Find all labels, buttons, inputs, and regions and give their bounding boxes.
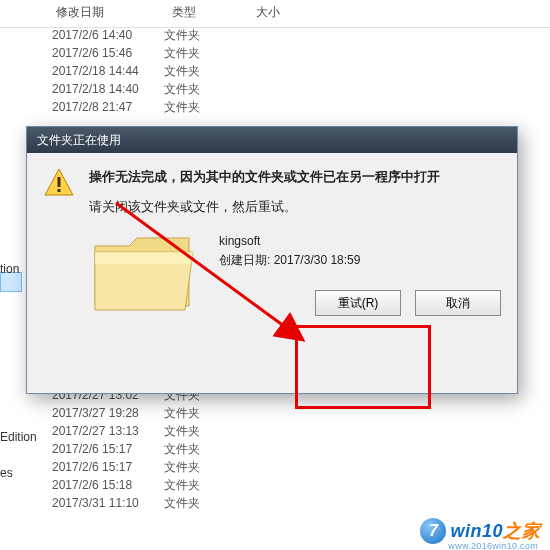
cell-type: 文件夹 [164,422,244,440]
cell-date: 2017/2/6 15:46 [52,44,164,62]
cell-type: 文件夹 [164,476,244,494]
cell-type: 文件夹 [164,440,244,458]
cell-date: 2017/2/18 14:44 [52,62,164,80]
table-row[interactable]: 2017/2/6 15:18文件夹 [0,476,550,494]
table-row[interactable]: 2017/2/8 21:47文件夹 [0,98,550,116]
cell-type: 文件夹 [164,44,244,62]
table-row[interactable]: 2017/2/6 15:17文件夹 [0,440,550,458]
header-type[interactable]: 类型 [168,4,252,21]
cell-type: 文件夹 [164,494,244,512]
cell-type: 文件夹 [164,26,244,44]
svg-rect-2 [58,189,61,192]
warning-icon [43,167,75,199]
column-headers: 修改日期 类型 大小 [0,0,550,28]
item-created: 创建日期: 2017/3/30 18:59 [219,251,360,270]
cell-type: 文件夹 [164,404,244,422]
table-row[interactable]: 2017/2/6 15:17文件夹 [0,458,550,476]
cell-date: 2017/2/6 14:40 [52,26,164,44]
table-row[interactable]: 2017/2/18 14:40文件夹 [0,80,550,98]
watermark-url: www.2016win10.com [448,541,538,550]
cell-date: 2017/2/27 13:13 [52,422,164,440]
watermark-badge: 7 [420,518,446,544]
folder-in-use-dialog: 文件夹正在使用 操作无法完成，因为其中的文件夹或文件已在另一程序中打开 请关闭该… [26,126,518,394]
sidebar-fragment: Edition [0,428,37,446]
header-size[interactable]: 大小 [252,4,336,21]
cancel-button[interactable]: 取消 [415,290,501,316]
folder-icon [89,230,199,318]
dialog-message: 操作无法完成，因为其中的文件夹或文件已在另一程序中打开 [89,167,440,187]
watermark-text: win10之家 [450,519,540,543]
table-row[interactable]: 2017/3/27 19:28文件夹 [0,404,550,422]
cell-type: 文件夹 [164,80,244,98]
cell-date: 2017/2/6 15:17 [52,458,164,476]
table-row[interactable]: 2017/2/6 15:46文件夹 [0,44,550,62]
dialog-hint: 请关闭该文件夹或文件，然后重试。 [89,197,440,217]
cell-date: 2017/2/6 15:17 [52,440,164,458]
cell-date: 2017/2/8 21:47 [52,98,164,116]
table-row[interactable]: 2017/3/31 11:10文件夹 [0,494,550,512]
table-row[interactable]: 2017/2/27 13:13文件夹 [0,422,550,440]
header-date[interactable]: 修改日期 [52,4,168,21]
table-row[interactable]: 2017/2/18 14:44文件夹 [0,62,550,80]
sidebar-fragment: es [0,464,37,482]
cell-type: 文件夹 [164,98,244,116]
cell-type: 文件夹 [164,458,244,476]
cell-date: 2017/2/18 14:40 [52,80,164,98]
cell-date: 2017/3/27 19:28 [52,404,164,422]
retry-button[interactable]: 重试(R) [315,290,401,316]
table-row[interactable]: 2017/2/6 14:40文件夹 [0,26,550,44]
cell-date: 2017/3/31 11:10 [52,494,164,512]
svg-rect-1 [58,177,61,187]
cell-date: 2017/2/6 15:18 [52,476,164,494]
dialog-title[interactable]: 文件夹正在使用 [27,127,517,153]
item-name: kingsoft [219,232,360,251]
cell-type: 文件夹 [164,62,244,80]
